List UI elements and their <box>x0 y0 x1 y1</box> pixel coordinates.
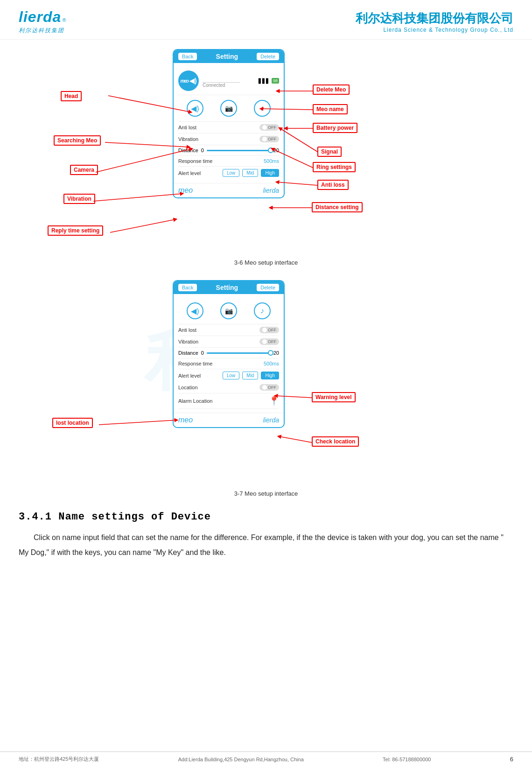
icons-row-1: ◀) 📷 ♪ <box>178 95 279 122</box>
location-row: Location OFF <box>178 382 279 393</box>
setting-row-antilost-2: Anti lost OFF <box>178 324 279 336</box>
vibration-label-1: Vibration <box>178 136 259 142</box>
response-time-label-1: Response time <box>178 158 264 164</box>
logo-left: lierda ® 利尔达科技集团 <box>19 8 66 35</box>
alert-low-btn-2[interactable]: Low <box>223 372 239 379</box>
phone-body-2: ◀) 📷 ♪ Anti lost OFF <box>174 294 284 413</box>
distance-min-2: 0 <box>201 350 204 356</box>
sound-icon-btn-2[interactable]: ◀) <box>187 302 203 319</box>
battery-icon-1: 98 <box>272 78 279 84</box>
phone-footer-1: meo lierda <box>174 183 284 197</box>
distance-max-1: 20 <box>273 147 279 153</box>
distance-row-1: Distance 0 20 <box>178 145 279 156</box>
slider-track-2[interactable] <box>207 352 271 354</box>
svg-line-5 <box>280 128 317 152</box>
annotation-meo-name: Meo name <box>313 104 348 114</box>
phone-mockup-2: Back Setting Delete ◀) 📷 ♪ Anti <box>173 280 285 428</box>
slider-thumb-1 <box>268 147 273 153</box>
annotation-reply-time-setting: Reply time setting <box>48 225 103 236</box>
company-name-en: Lierda Science & Technology Group Co., L… <box>356 27 513 33</box>
vibration-toggle-2[interactable]: OFF <box>259 338 279 345</box>
vibration-label-2: Vibration <box>178 339 259 344</box>
main-content: Back Setting Delete meo ◀) <box>0 40 532 573</box>
delete-button-2[interactable]: Delete <box>257 284 279 291</box>
alert-high-btn-1[interactable]: High <box>261 169 279 177</box>
annotation-distance-setting: Distance setting <box>312 202 363 212</box>
signal-bars-1: ▋▋▋ <box>259 78 270 84</box>
distance-min-1: 0 <box>201 147 204 153</box>
slider-track-1[interactable] <box>207 150 271 151</box>
annotation-lost-location: lost location <box>52 418 93 428</box>
meo-logo-2: meo <box>178 416 193 424</box>
music-icon-btn-2[interactable]: ♪ <box>254 302 271 319</box>
phone-footer-2: meo lierda <box>174 413 284 427</box>
alert-level-label-1: Alert level <box>178 170 220 176</box>
antilost-toggle-1[interactable]: OFF <box>259 124 279 131</box>
location-toggle[interactable]: OFF <box>259 384 279 391</box>
music-icon-btn-1[interactable]: ♪ <box>254 100 271 117</box>
annotation-anti-loss: Anti loss <box>317 180 349 190</box>
distance-max-2: 20 <box>273 350 279 356</box>
footer-tel: Tel: 86-57188800000 <box>383 757 431 762</box>
alarm-location-row: Alarm Location 📍 <box>178 393 279 409</box>
alarm-location-label: Alarm Location <box>178 398 269 404</box>
meo-logo-1: meo <box>178 186 193 195</box>
annotation-warning-level: Warning level <box>312 392 356 402</box>
body-text: Click on name input field that can set t… <box>19 530 513 560</box>
diagram-section-2: 利 达 Back Setting Delete ◀) 📷 <box>19 280 513 497</box>
lierda-logo-1: lierda <box>263 187 279 194</box>
setting-row-vibration-2: Vibration OFF <box>178 336 279 348</box>
diagram-caption-2: 3-7 Meo setup interface <box>19 490 513 497</box>
footer-address-en: Add:Lierda Building,425 Dengyun Rd,Hangz… <box>178 757 304 762</box>
delete-button-1[interactable]: Delete <box>257 53 279 60</box>
logo-sub-text: 利尔达科技集团 <box>19 27 64 35</box>
svg-line-13 <box>99 420 176 425</box>
back-button-2[interactable]: Back <box>178 284 197 291</box>
diagram-section-1: Back Setting Delete meo ◀) <box>19 49 513 266</box>
diagram-caption-1: 3-6 Meo setup interface <box>19 259 513 266</box>
logo-reg: ® <box>62 17 66 23</box>
response-time-label-2: Response time <box>178 361 264 366</box>
response-time-value-2: 500ms <box>264 361 279 366</box>
alert-row-1: Alert level Low Mid High <box>178 167 279 179</box>
diagram-wrapper-1: Back Setting Delete meo ◀) <box>19 49 513 254</box>
alert-row-2: Alert level Low Mid High <box>178 369 279 382</box>
section-341: 3.4.1 Name settings of Device Click on n… <box>19 511 513 560</box>
annotation-check-location: Check location <box>312 436 359 447</box>
phone-body-1: meo ◀) Connected ▋▋▋ 98 <box>174 63 284 183</box>
antilost-label-2: Anti lost <box>178 327 259 333</box>
svg-line-11 <box>110 219 175 232</box>
slider-thumb-2 <box>268 350 273 356</box>
phone-header-1: Back Setting Delete <box>174 50 284 63</box>
camera-icon-btn-1[interactable]: 📷 <box>220 100 237 117</box>
annotation-delete-meo: Delete Meo <box>313 84 350 95</box>
alert-mid-btn-2[interactable]: Mid <box>242 372 258 379</box>
alarm-location-icon[interactable]: 📍 <box>269 396 279 406</box>
response-time-row-1: Response time 500ms <box>178 156 279 167</box>
lierda-logo-2: lierda <box>263 416 279 424</box>
vibration-toggle-1[interactable]: OFF <box>259 136 279 142</box>
antilost-label-1: Anti lost <box>178 125 259 130</box>
antilost-toggle-2[interactable]: OFF <box>259 327 279 333</box>
alert-mid-btn-1[interactable]: Mid <box>242 169 258 177</box>
back-button-1[interactable]: Back <box>178 53 197 60</box>
annotation-signal: Signal <box>317 147 342 157</box>
distance-label-2: Distance <box>178 350 198 356</box>
setting-title-1: Setting <box>216 53 238 60</box>
phone-header-2: Back Setting Delete <box>174 281 284 294</box>
camera-icon-btn-2[interactable]: 📷 <box>220 302 237 319</box>
distance-row-2: Distance 0 20 <box>178 348 279 358</box>
location-label: Location <box>178 385 259 390</box>
section-heading: 3.4.1 Name settings of Device <box>19 511 513 523</box>
alert-low-btn-1[interactable]: Low <box>223 169 239 177</box>
alert-high-btn-2[interactable]: High <box>261 372 279 379</box>
sound-icon-btn-1[interactable]: ◀) <box>187 100 203 117</box>
diagram-wrapper-2: 利 达 Back Setting Delete ◀) 📷 <box>19 280 513 485</box>
response-time-row-2: Response time 500ms <box>178 358 279 369</box>
response-time-value-1: 500ms <box>264 158 279 164</box>
device-name-input-1[interactable] <box>203 76 240 83</box>
annotation-head: Head <box>61 91 82 101</box>
page-footer: 地址：杭州登云路425号利尔达大厦 Add:Lierda Building,42… <box>0 751 532 763</box>
device-avatar-1: meo ◀) <box>178 70 199 91</box>
device-connected-label-1: Connected <box>203 83 259 88</box>
